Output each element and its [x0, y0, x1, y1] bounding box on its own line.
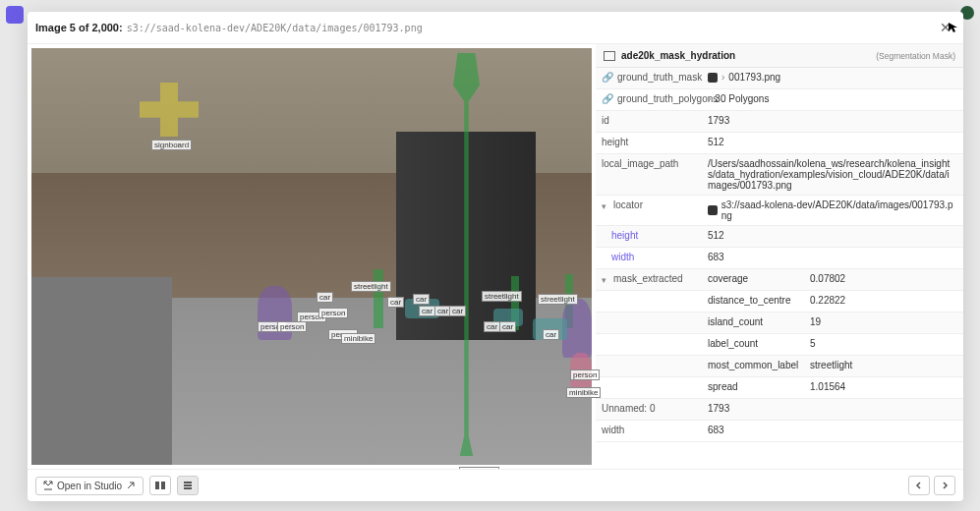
chevron-right-icon: ›	[721, 72, 724, 83]
ann-car-3: car	[413, 294, 430, 305]
row-island-count: island_count19	[596, 312, 963, 334]
row-height: height512	[596, 133, 963, 154]
modal-body: signboard streetlight streetlight street…	[28, 44, 963, 469]
next-button[interactable]	[934, 476, 955, 495]
ann-person-6: person	[570, 369, 600, 380]
mask-title: ade20k_mask_hydration	[621, 50, 735, 61]
seg-streetlight-2	[374, 269, 383, 328]
ann-car-6: car	[449, 306, 466, 316]
ann-car-4: car	[419, 306, 435, 316]
ann-streetlight-4: streetlight	[459, 467, 499, 469]
list-view-button[interactable]	[177, 476, 199, 495]
svg-rect-4	[184, 487, 192, 489]
split-view-button[interactable]	[149, 476, 171, 495]
row-local-image-path: local_image_path/Users/saadhossain/kolen…	[596, 154, 963, 196]
arrow-icon	[126, 481, 136, 490]
image-detail-modal: Image 5 of 2,000: s3://saad-kolena-dev/A…	[28, 12, 963, 501]
row-locator-width: width683	[596, 248, 963, 269]
row-locator[interactable]: ▾locator s3://saad-kolena-dev/ADE20K/dat…	[596, 196, 963, 226]
image-path: s3://saad-kolena-dev/ADE20K/data/images/…	[127, 23, 423, 33]
svg-rect-0	[155, 482, 159, 489]
caret-down-icon[interactable]: ▾	[602, 275, 609, 283]
row-most-common-label: most_common_labelstreetlight	[596, 356, 963, 377]
nav-buttons	[908, 476, 955, 495]
svg-rect-3	[184, 484, 192, 486]
row-mask-extracted[interactable]: ▾mask_extracted coverage0.07802	[596, 269, 963, 291]
row-ground-truth-mask: 🔗ground_truth_mask ›001793.png	[596, 68, 963, 89]
ann-person-2: person	[277, 321, 307, 332]
ann-car-7: car	[484, 321, 500, 332]
svg-rect-1	[161, 482, 165, 489]
details-panel: ade20k_mask_hydration (Segmentation Mask…	[596, 44, 963, 469]
prev-button[interactable]	[908, 476, 930, 495]
link-icon: 🔗	[602, 72, 613, 83]
ann-car-9: car	[543, 329, 559, 340]
mouse-cursor-icon	[948, 22, 959, 33]
ann-person-4: person	[318, 308, 348, 318]
row-locator-height: height512	[596, 226, 963, 248]
row-distance-to-centre: distance_to_centre0.22822	[596, 291, 963, 312]
mask-type-tag: (Segmentation Mask)	[876, 51, 955, 61]
ann-signboard: signboard	[151, 140, 192, 150]
app-logo	[6, 6, 24, 24]
modal-header: Image 5 of 2,000: s3://saad-kolena-dev/A…	[28, 12, 963, 44]
row-unnamed: Unnamed: 01793	[596, 399, 963, 421]
ann-streetlight-2: streetlight	[482, 291, 522, 302]
modal-footer: Open in Studio	[28, 469, 963, 501]
image-content	[31, 48, 592, 465]
ann-streetlight-1: streetlight	[351, 281, 391, 292]
external-link-icon	[43, 481, 53, 490]
open-in-studio-button[interactable]: Open in Studio	[35, 477, 144, 495]
link-icon: 🔗	[602, 93, 613, 104]
chevron-right-icon: ›	[708, 93, 711, 104]
ann-car-1: car	[317, 292, 333, 303]
row-label-count: label_count5	[596, 334, 963, 356]
row-ground-truth-polygons: 🔗ground_truth_polygons ›30 Polygons	[596, 89, 963, 111]
row-width: width683	[596, 421, 963, 442]
s3-icon	[708, 205, 718, 215]
image-viewer[interactable]: signboard streetlight streetlight street…	[31, 48, 592, 465]
s3-icon	[708, 73, 718, 83]
close-button[interactable]: ✕	[936, 18, 955, 37]
image-icon	[604, 51, 615, 61]
ann-streetlight-3: streetlight	[538, 294, 578, 305]
details-header: ade20k_mask_hydration (Segmentation Mask…	[596, 44, 963, 68]
ann-minibike-1: minibike	[341, 333, 375, 344]
ann-minibike-2: minibike	[566, 387, 601, 398]
row-id: id1793	[596, 111, 963, 133]
ann-car-2: car	[387, 297, 404, 308]
ann-car-8: car	[499, 321, 516, 332]
row-spread: spread1.01564	[596, 377, 963, 399]
caret-down-icon[interactable]: ▾	[602, 201, 609, 209]
image-index-title: Image 5 of 2,000:	[35, 22, 123, 33]
svg-rect-2	[184, 482, 192, 483]
